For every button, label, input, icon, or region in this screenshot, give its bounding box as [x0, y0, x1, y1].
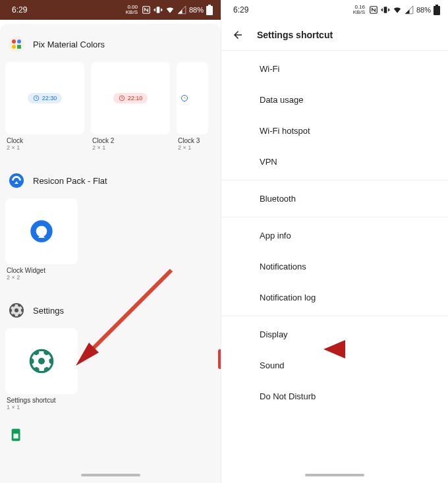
svg-rect-22	[384, 7, 387, 13]
pix-app-icon	[8, 36, 25, 53]
battery-text: 88%	[416, 6, 431, 14]
svg-rect-3	[208, 5, 211, 6]
status-time: 6:29	[233, 5, 248, 14]
status-right: 0.00 KB/S 88%	[126, 5, 213, 15]
section-sheets-partial[interactable]	[5, 422, 215, 453]
item-app-info[interactable]: App info	[221, 220, 448, 251]
scroll-indicator	[81, 474, 140, 476]
svg-rect-8	[17, 45, 21, 49]
status-icons: 88%	[142, 5, 213, 15]
status-bar-left: 6:29 0.00 KB/S 88%	[0, 0, 221, 20]
widget-name: Settings shortcut	[7, 397, 215, 404]
left-screen: 6:29 0.00 KB/S 88% Pix Material Colors	[0, 0, 221, 483]
vibrate-icon	[381, 5, 390, 14]
widget-size: 2 × 2	[7, 274, 215, 281]
settings-app-icon	[8, 302, 25, 319]
scroll-indicator	[305, 474, 364, 476]
svg-rect-23	[434, 6, 440, 15]
wifi-icon	[165, 5, 175, 14]
widget-meta: Clock 2 × 1	[5, 137, 84, 151]
widget-meta: Settings shortcut 1 × 1	[5, 397, 215, 411]
clock-icon	[181, 94, 188, 102]
widget-size: 2 × 1	[7, 144, 84, 151]
status-bar-right: 6:29 0.16 KB/S 88%	[221, 0, 448, 20]
widget-clock1[interactable]: 22:30	[5, 62, 84, 134]
battery-icon	[206, 5, 213, 15]
clock-icon	[119, 95, 125, 101]
status-right: 0.16 KB/S 88%	[353, 5, 440, 15]
widget-name: Clock 2	[92, 137, 170, 144]
item-vpn[interactable]: VPN	[221, 146, 448, 177]
widget-meta: Clock Widget 2 × 2	[5, 267, 215, 281]
pix-widgets-row: 22:30 22:10	[5, 62, 215, 134]
widget-meta: Clock 2 2 × 1	[91, 137, 170, 151]
status-icons: 88%	[369, 5, 440, 15]
item-notification-log[interactable]: Notification log	[221, 282, 448, 313]
app-icon	[8, 426, 25, 443]
svg-point-4	[9, 36, 24, 52]
signal-icon	[405, 5, 414, 14]
section-title: Pix Material Colors	[33, 40, 105, 49]
net-speed: 0.16 KB/S	[353, 5, 365, 15]
settings-widgets: Settings shortcut 1 × 1	[5, 328, 215, 411]
widget-meta: Clock 3 2 × 1	[177, 137, 208, 151]
wifi-icon	[393, 5, 402, 14]
resicon-icon	[28, 218, 55, 244]
net-speed: 0.00 KB/S	[126, 5, 138, 15]
signal-icon	[177, 5, 186, 14]
item-bluetooth[interactable]: Bluetooth	[221, 183, 448, 214]
clock-time: 22:10	[128, 95, 143, 101]
item-sound[interactable]: Sound	[221, 350, 448, 381]
page-title: Settings shortcut	[257, 30, 333, 40]
section-title: Settings	[33, 306, 64, 316]
svg-point-12	[9, 173, 24, 188]
section-title: Resicon Pack - Flat	[33, 176, 107, 186]
vibrate-icon	[154, 5, 163, 14]
item-wifi-hotspot[interactable]: Wi-Fi hotspot	[221, 115, 448, 146]
item-dnd[interactable]: Do Not Disturb	[221, 381, 448, 412]
status-time: 6:29	[12, 5, 27, 14]
resicon-app-icon	[8, 172, 25, 189]
svg-rect-1	[157, 7, 160, 13]
clock-icon	[33, 95, 40, 101]
item-display[interactable]: Display	[221, 319, 448, 350]
battery-icon	[434, 5, 440, 15]
widget-settings-shortcut[interactable]	[5, 328, 78, 394]
widget-clock2[interactable]: 22:10	[91, 62, 170, 134]
widget-size: 2 × 1	[92, 144, 170, 151]
nfc-icon	[369, 5, 378, 14]
settings-shortcut-list: Wi-Fi Data usage Wi-Fi hotspot VPN Bluet…	[221, 50, 448, 414]
widget-name: Clock 3	[178, 137, 208, 144]
svg-rect-24	[435, 5, 438, 6]
svg-point-16	[14, 308, 18, 312]
widget-clock-widget[interactable]	[5, 198, 78, 264]
pix-meta-row: Clock 2 × 1 Clock 2 2 × 1 Clock 3 2 × 1	[5, 134, 215, 151]
svg-point-18	[38, 358, 45, 364]
svg-point-6	[17, 40, 21, 43]
resicon-widgets: Clock Widget 2 × 2	[5, 198, 215, 281]
settings-gear-icon	[28, 348, 55, 374]
battery-text: 88%	[189, 6, 204, 14]
clock-chip-red: 22:10	[113, 93, 148, 103]
clock-chip-blue: 22:30	[28, 93, 63, 103]
item-data-usage[interactable]: Data usage	[221, 84, 448, 115]
section-resicon[interactable]: Resicon Pack - Flat	[5, 168, 215, 198]
svg-rect-20	[13, 434, 18, 438]
svg-point-5	[12, 40, 16, 43]
widget-size: 2 × 1	[178, 144, 208, 151]
item-notifications[interactable]: Notifications	[221, 251, 448, 282]
right-screen: 6:29 0.16 KB/S 88% Settings shortcut Wi-…	[221, 0, 448, 483]
item-wifi[interactable]: Wi-Fi	[221, 53, 448, 84]
section-settings[interactable]: Settings	[5, 298, 215, 328]
clock-time: 22:30	[42, 95, 57, 101]
widget-name: Clock	[7, 137, 84, 144]
settings-shortcut-header: Settings shortcut	[221, 20, 448, 50]
svg-rect-2	[206, 6, 213, 15]
back-arrow-icon[interactable]	[232, 29, 244, 41]
widget-picker: Pix Material Colors 22:30 22:10 Clo	[0, 24, 221, 483]
widget-name: Clock Widget	[7, 267, 215, 274]
section-pix[interactable]: Pix Material Colors	[5, 32, 215, 62]
widget-size: 1 × 1	[7, 404, 215, 411]
widget-clock3[interactable]	[177, 62, 208, 134]
svg-point-7	[12, 45, 16, 49]
